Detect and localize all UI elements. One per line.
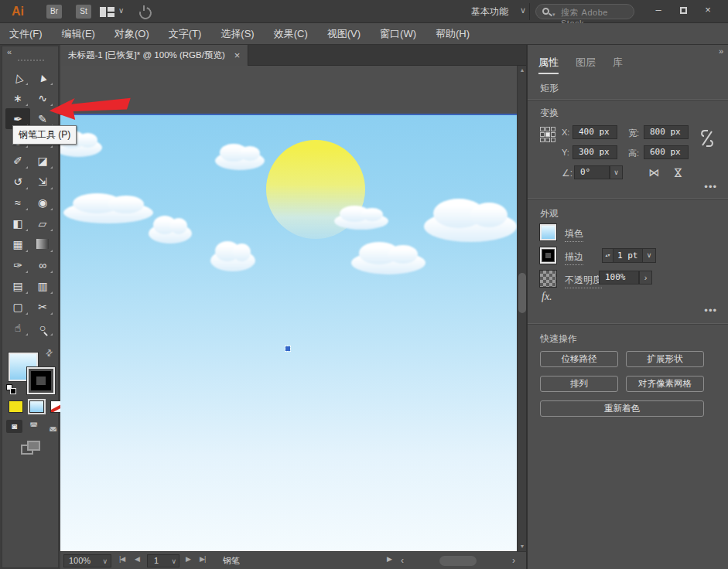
flip-vertical-icon[interactable]: ⋈ xyxy=(672,167,685,178)
hand-tool[interactable]: ☝ xyxy=(5,317,30,338)
stroke-label[interactable]: 描边 xyxy=(565,250,583,265)
tools-panel-grip[interactable] xyxy=(18,60,44,63)
menu-item-5[interactable]: 效果(C) xyxy=(274,27,308,41)
cloud-artwork-2[interactable] xyxy=(63,202,153,223)
quick-action-button-3[interactable]: 对齐像素网格 xyxy=(626,376,704,392)
pencil-tool[interactable]: ✐ xyxy=(5,150,30,171)
draw-normal-mode[interactable]: ◙ xyxy=(6,420,22,433)
opacity-label[interactable]: 不透明度 xyxy=(565,274,602,288)
cloud-artwork-4[interactable] xyxy=(210,250,255,271)
workspace-switcher[interactable]: 基本功能 xyxy=(460,4,520,19)
artboard[interactable] xyxy=(60,114,517,551)
width-field[interactable]: 800 px xyxy=(644,125,689,139)
stroke-weight-dropdown-icon[interactable]: ∨ xyxy=(643,248,656,263)
rotation-dropdown-icon[interactable]: ∨ xyxy=(610,165,623,179)
stroke-weight-value[interactable]: 1 pt xyxy=(614,248,643,263)
vertical-scroll-thumb[interactable] xyxy=(518,273,526,313)
width-tool[interactable]: ≈ xyxy=(5,192,30,213)
menu-item-7[interactable]: 窗口(W) xyxy=(380,27,416,41)
menu-item-8[interactable]: 帮助(H) xyxy=(436,27,470,41)
default-fill-stroke-icon[interactable] xyxy=(6,384,17,395)
constrain-proportions-icon[interactable] xyxy=(699,128,715,148)
vertical-scrollbar[interactable]: ▲ ▼ xyxy=(517,66,526,551)
status-menu-arrow-icon[interactable]: ▶ xyxy=(387,555,392,563)
panel-tab-2[interactable]: 库 xyxy=(613,56,623,74)
collapse-tools-button[interactable]: « xyxy=(7,47,12,56)
quick-action-button-4[interactable]: 重新着色 xyxy=(540,400,704,417)
opacity-options-icon[interactable]: › xyxy=(639,271,652,284)
opacity-checker-icon[interactable] xyxy=(540,271,556,287)
menu-item-6[interactable]: 视图(V) xyxy=(327,27,361,41)
gradient-tool[interactable] xyxy=(30,233,55,254)
puppet-warp-tool[interactable]: ◉ xyxy=(30,192,55,213)
blend-tool[interactable]: ∞ xyxy=(30,254,55,275)
appearance-fill-swatch[interactable] xyxy=(540,224,556,240)
magic-wand-tool[interactable]: ∗ xyxy=(5,87,30,108)
transform-more-options-icon[interactable]: ••• xyxy=(704,181,717,193)
symbol-sprayer-tool[interactable]: ▤ xyxy=(5,275,30,296)
cloud-artwork-3[interactable] xyxy=(149,223,192,244)
panel-tab-1[interactable]: 图层 xyxy=(576,56,596,74)
draw-behind-mode[interactable]: ◚ xyxy=(26,420,42,433)
eraser-tool[interactable]: ◪ xyxy=(30,150,55,171)
zoom-tool[interactable]: ○ xyxy=(30,317,55,338)
fill-label[interactable]: 填色 xyxy=(565,227,583,242)
rotation-angle-field[interactable]: 0° xyxy=(574,165,610,179)
appearance-more-options-icon[interactable]: ••• xyxy=(704,305,717,316)
quick-action-button-2[interactable]: 排列 xyxy=(540,376,618,392)
color-swatch-yellow[interactable] xyxy=(9,400,23,413)
shape-builder-tool[interactable]: ◧ xyxy=(5,213,30,233)
arrange-documents-chevron-icon[interactable]: ∨ xyxy=(118,6,124,15)
stroke-weight-stepper[interactable]: ▴▾ 1 pt ∨ xyxy=(602,248,656,263)
cloud-artwork-6[interactable] xyxy=(351,251,426,274)
slice-tool[interactable]: ✂ xyxy=(30,296,55,317)
perspective-grid-tool[interactable]: ▱ xyxy=(30,213,55,233)
document-tab[interactable]: 未标题-1 [已恢复]* @ 100% (RGB/预览) × xyxy=(60,45,248,66)
swap-fill-stroke-icon[interactable]: ⇄ xyxy=(43,347,56,359)
fx-button[interactable]: fx. xyxy=(542,291,552,303)
cloud-artwork-5[interactable] xyxy=(334,213,388,230)
selection-center-anchor[interactable] xyxy=(285,346,290,351)
collapse-panel-button[interactable]: » xyxy=(719,46,722,56)
scroll-left-icon[interactable]: ‹ xyxy=(401,555,404,566)
stroke-color-swatch[interactable] xyxy=(27,367,55,394)
selection-tool[interactable]: △ xyxy=(5,66,30,87)
screen-mode-button[interactable] xyxy=(21,441,41,456)
workspace-chevron-icon[interactable]: ∨ xyxy=(520,5,526,15)
cloud-artwork-1[interactable] xyxy=(215,152,265,170)
menu-item-1[interactable]: 编辑(E) xyxy=(62,27,95,41)
menu-item-3[interactable]: 文字(T) xyxy=(169,27,202,41)
arrange-documents-icon[interactable] xyxy=(100,7,114,17)
draw-inside-mode[interactable]: ◛ xyxy=(45,420,61,433)
canvas-viewport[interactable] xyxy=(60,66,517,551)
quick-action-button-1[interactable]: 扩展形状 xyxy=(626,351,704,367)
x-position-field[interactable]: 400 px xyxy=(572,125,617,139)
menu-item-2[interactable]: 对象(O) xyxy=(114,27,149,41)
horizontal-scroll-thumb[interactable] xyxy=(439,556,477,566)
y-position-field[interactable]: 300 px xyxy=(572,145,617,159)
height-field[interactable]: 600 px xyxy=(644,145,689,159)
stock-button[interactable]: St xyxy=(76,5,91,19)
scroll-right-icon[interactable]: › xyxy=(512,555,515,566)
column-graph-tool[interactable]: ▥ xyxy=(30,275,55,296)
flip-horizontal-icon[interactable]: ⋈ xyxy=(648,166,659,179)
close-button[interactable]: × xyxy=(696,2,720,19)
eyedropper-tool[interactable]: ✑ xyxy=(5,254,30,275)
menu-item-0[interactable]: 文件(F) xyxy=(9,27,43,41)
quick-action-button-0[interactable]: 位移路径 xyxy=(540,351,618,367)
direct-selection-tool[interactable]: ▲ xyxy=(30,66,55,87)
appearance-stroke-swatch[interactable] xyxy=(540,247,556,264)
rotate-tool[interactable]: ↺ xyxy=(5,171,30,192)
panel-tab-0[interactable]: 属性 xyxy=(538,56,559,74)
reference-point-grid[interactable] xyxy=(540,127,555,142)
artboard-tool[interactable]: ▢ xyxy=(5,296,30,317)
horizontal-scrollbar[interactable]: ‹ › xyxy=(399,554,517,567)
bridge-button[interactable]: Br xyxy=(46,5,62,19)
gradient-swatch-selected[interactable] xyxy=(29,400,44,413)
scale-tool[interactable]: ⇲ xyxy=(30,171,55,192)
mesh-tool[interactable]: ▦ xyxy=(5,233,30,254)
minimize-button[interactable]: – xyxy=(646,2,671,19)
cloud-artwork-7[interactable] xyxy=(424,211,517,242)
maximize-button[interactable] xyxy=(671,2,696,19)
tab-close-icon[interactable]: × xyxy=(234,49,241,61)
